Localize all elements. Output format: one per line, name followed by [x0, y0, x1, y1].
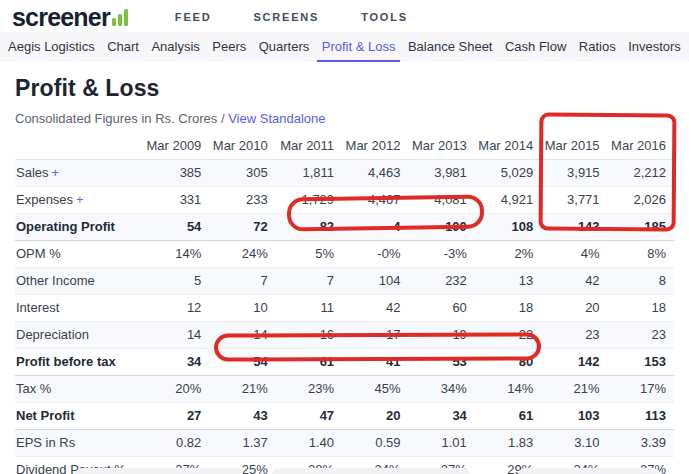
row-label-net-profit: Net Profit: [15, 403, 143, 430]
cell-other-income-mar-2009: 5: [143, 268, 209, 295]
topnav-links: FEEDSCREENSTOOLS: [175, 11, 408, 23]
page-subtitle: Consolidated Figures in Rs. Crores / Vie…: [15, 111, 674, 126]
cell-depreciation-mar-2015: 23: [541, 322, 607, 349]
screener-logo[interactable]: screener: [12, 5, 129, 29]
tab-quarters[interactable]: Quarters: [254, 32, 315, 62]
bottom-card-peek: [272, 468, 470, 474]
topnav-feed[interactable]: FEED: [175, 11, 212, 23]
logo-text: screener: [12, 5, 110, 29]
page-title: Profit & Loss: [15, 75, 674, 102]
tab-balance-sheet[interactable]: Balance Sheet: [403, 32, 498, 62]
cell-net-profit-mar-2009: 27: [143, 403, 209, 430]
cell-profit-before-tax-mar-2016: 153: [608, 349, 674, 376]
tab-cash-flow[interactable]: Cash Flow: [500, 32, 571, 62]
table-header-row: Mar 2009Mar 2010Mar 2011Mar 2012Mar 2013…: [15, 133, 674, 160]
cell-interest-mar-2010: 10: [209, 295, 275, 322]
bottom-card-peek: [75, 468, 243, 474]
cell-profit-before-tax-mar-2012: 41: [342, 349, 408, 376]
subtitle-text: Consolidated Figures in Rs. Crores /: [15, 111, 225, 126]
table-row-tax: Tax %20%21%23%45%34%14%21%17%: [15, 376, 674, 403]
cell-eps-in-rs-mar-2013: 1.01: [408, 430, 474, 457]
column-header-mar-2011: Mar 2011: [276, 133, 342, 160]
cell-operating-profit-mar-2009: 54: [143, 214, 209, 241]
cell-tax-mar-2010: 21%: [209, 376, 275, 403]
row-label-operating-profit: Operating Profit: [15, 214, 143, 241]
top-navigation: screener FEEDSCREENSTOOLS: [0, 0, 689, 32]
cell-other-income-mar-2013: 232: [408, 268, 474, 295]
cell-other-income-mar-2014: 13: [475, 268, 541, 295]
cell-operating-profit-mar-2014: 108: [475, 214, 541, 241]
cell-sales-mar-2015: 3,915: [541, 160, 607, 187]
cell-tax-mar-2015: 21%: [541, 376, 607, 403]
row-label-depreciation: Depreciation: [15, 322, 143, 349]
cell-interest-mar-2016: 18: [608, 295, 674, 322]
table-row-other-income: Other Income57710423213428: [15, 268, 674, 295]
view-standalone-link[interactable]: View Standalone: [228, 111, 325, 126]
topnav-screens[interactable]: SCREENS: [253, 11, 319, 23]
company-tab-bar: Aegis LogisticsChartAnalysisPeersQuarter…: [0, 32, 689, 62]
cell-tax-mar-2012: 45%: [342, 376, 408, 403]
cell-profit-before-tax-mar-2015: 142: [541, 349, 607, 376]
column-header-mar-2010: Mar 2010: [209, 133, 275, 160]
table-row-depreciation: Depreciation1414161719222323: [15, 322, 674, 349]
cell-sales-mar-2010: 305: [209, 160, 275, 187]
cell-opm-mar-2010: 24%: [209, 241, 275, 268]
cell-sales-mar-2016: 2,212: [608, 160, 674, 187]
cell-opm-mar-2013: -3%: [408, 241, 474, 268]
column-header-mar-2015: Mar 2015: [541, 133, 607, 160]
tab-ratios[interactable]: Ratios: [574, 32, 621, 62]
column-header-mar-2016: Mar 2016: [608, 133, 674, 160]
cell-profit-before-tax-mar-2011: 61: [276, 349, 342, 376]
cell-interest-mar-2015: 20: [541, 295, 607, 322]
column-header-mar-2014: Mar 2014: [475, 133, 541, 160]
cell-opm-mar-2014: 2%: [475, 241, 541, 268]
row-label-expenses[interactable]: Expenses+: [15, 187, 143, 214]
cell-profit-before-tax-mar-2013: 53: [408, 349, 474, 376]
cell-net-profit-mar-2015: 103: [541, 403, 607, 430]
cell-opm-mar-2016: 8%: [608, 241, 674, 268]
row-label-tax: Tax %: [15, 376, 143, 403]
cell-sales-mar-2009: 385: [143, 160, 209, 187]
cell-operating-profit-mar-2010: 72: [209, 214, 275, 241]
cell-opm-mar-2015: 4%: [541, 241, 607, 268]
cell-profit-before-tax-mar-2009: 34: [143, 349, 209, 376]
cell-depreciation-mar-2011: 16: [276, 322, 342, 349]
cell-eps-in-rs-mar-2012: 0.59: [342, 430, 408, 457]
topnav-tools[interactable]: TOOLS: [361, 11, 408, 23]
bottom-card-peek: [518, 468, 660, 474]
tab-aegis-logistics[interactable]: Aegis Logistics: [3, 32, 100, 62]
cell-eps-in-rs-mar-2015: 3.10: [541, 430, 607, 457]
row-label-eps-in-rs: EPS in Rs: [15, 430, 143, 457]
cell-operating-profit-mar-2012: -4: [342, 214, 408, 241]
cell-net-profit-mar-2013: 34: [408, 403, 474, 430]
tab-peers[interactable]: Peers: [207, 32, 251, 62]
column-header-mar-2009: Mar 2009: [143, 133, 209, 160]
tab-chart[interactable]: Chart: [102, 32, 144, 62]
cell-operating-profit-mar-2016: 185: [608, 214, 674, 241]
cell-operating-profit-mar-2013: -100: [408, 214, 474, 241]
cell-net-profit-mar-2010: 43: [209, 403, 275, 430]
cell-interest-mar-2009: 12: [143, 295, 209, 322]
cell-other-income-mar-2015: 42: [541, 268, 607, 295]
cell-opm-mar-2011: 5%: [276, 241, 342, 268]
row-label-sales[interactable]: Sales+: [15, 160, 143, 187]
cell-eps-in-rs-mar-2011: 1.40: [276, 430, 342, 457]
expand-plus-icon[interactable]: +: [76, 192, 84, 207]
table-row-net-profit: Net Profit274347203461103113: [15, 403, 674, 430]
cell-other-income-mar-2010: 7: [209, 268, 275, 295]
cell-net-profit-mar-2016: 113: [608, 403, 674, 430]
tab-investors[interactable]: Investors: [623, 32, 686, 62]
cell-expenses-mar-2013: 4,081: [408, 187, 474, 214]
table-row-interest: Interest1210114260182018: [15, 295, 674, 322]
cell-expenses-mar-2015: 3,771: [541, 187, 607, 214]
cell-sales-mar-2011: 1,811: [276, 160, 342, 187]
cell-eps-in-rs-mar-2009: 0.82: [143, 430, 209, 457]
cell-tax-mar-2009: 20%: [143, 376, 209, 403]
cell-sales-mar-2012: 4,463: [342, 160, 408, 187]
tab-analysis[interactable]: Analysis: [146, 32, 204, 62]
cell-other-income-mar-2012: 104: [342, 268, 408, 295]
expand-plus-icon[interactable]: +: [52, 165, 60, 180]
cell-other-income-mar-2016: 8: [608, 268, 674, 295]
tab-profit-loss[interactable]: Profit & Loss: [317, 32, 401, 62]
cell-tax-mar-2013: 34%: [408, 376, 474, 403]
